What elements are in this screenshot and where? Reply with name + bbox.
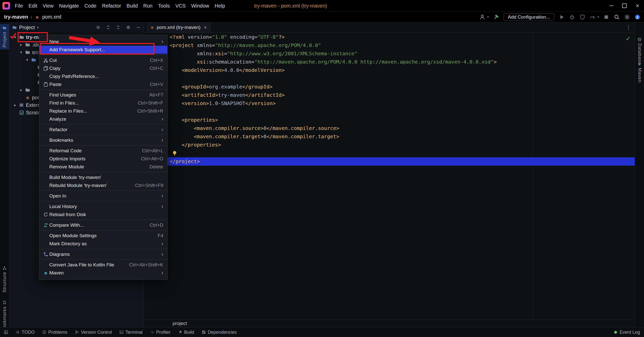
event-log-widget[interactable]: Event Log	[614, 330, 640, 335]
context-menu-item-open-module-settings[interactable]: Open Module SettingsF4	[39, 232, 167, 240]
menu-tools[interactable]: Tools	[155, 0, 173, 12]
statusbar-terminal-button[interactable]: Terminal	[119, 330, 143, 335]
code-line-1[interactable]: <?xml version="1.0" encoding="UTF-8"?>	[144, 33, 635, 41]
menu-view[interactable]: View	[40, 0, 56, 12]
tree-chevron-icon[interactable]: ▾	[13, 35, 17, 39]
context-menu-item-copy-path-reference[interactable]: Copy Path/Reference...	[39, 72, 167, 80]
context-menu-item-remove-module[interactable]: Remove ModuleDelete	[39, 163, 167, 171]
code-editor[interactable]: <?xml version="1.0" encoding="UTF-8"?><p…	[144, 33, 635, 319]
code-line-9[interactable]: <version>1.0-SNAPSHOT</version>	[144, 99, 635, 108]
menu-build[interactable]: Build	[124, 0, 140, 12]
statusbar-build-button[interactable]: Build	[178, 330, 194, 335]
statusbar-dependencies-button[interactable]: Dependencies	[202, 330, 237, 335]
context-menu-item-cut[interactable]: CutCtrl+X	[39, 56, 167, 64]
tree-chevron-icon[interactable]: ▸	[19, 42, 23, 47]
statusbar-profiler-button[interactable]: Profiler	[150, 330, 171, 335]
code-line-13[interactable]: <maven.compiler.target>8</maven.compiler…	[144, 132, 635, 141]
collapse-all-icon[interactable]	[116, 25, 120, 30]
toolbar-stop-icon[interactable]	[603, 14, 609, 20]
code-line-8[interactable]: <artifactId>try-maven</artifactId>	[144, 91, 635, 99]
panel-view-caret-icon[interactable]: ▾	[37, 26, 39, 29]
toolbar-bug-icon[interactable]	[569, 14, 575, 20]
toolbar-profiler-caret-icon[interactable]: ▾	[597, 15, 599, 19]
code-line-6[interactable]	[144, 74, 635, 83]
tree-chevron-icon[interactable]: ▸	[19, 88, 23, 92]
code-line-14[interactable]: </properties>	[144, 141, 635, 149]
code-line-10[interactable]	[144, 108, 635, 116]
context-menu-item-convert-java-file-to-kotlin-file[interactable]: Convert Java File to Kotlin FileCtrl+Alt…	[39, 261, 167, 269]
menu-window[interactable]: Window	[188, 0, 212, 12]
context-menu-item-reformat-code[interactable]: Reformat CodeCtrl+Alt+L	[39, 147, 167, 155]
context-menu-item-paste[interactable]: PasteCtrl+V	[39, 80, 167, 88]
close-button[interactable]: ×	[631, 0, 644, 12]
menu-file[interactable]: File	[12, 0, 26, 12]
toolbar-profiler-icon[interactable]	[590, 14, 596, 20]
intention-bulb-icon[interactable]	[172, 150, 178, 156]
code-line-11[interactable]: <properties>	[144, 116, 635, 124]
tab-pom-xml[interactable]: m pom.xml (try-maven) ×	[146, 22, 211, 32]
expand-all-icon[interactable]	[106, 25, 110, 30]
toolbar-user-icon[interactable]	[479, 14, 486, 20]
tree-chevron-icon[interactable]: ▾	[19, 50, 23, 55]
context-menu-item-rebuild-module-try-maven[interactable]: Rebuild Module 'try-maven'Ctrl+Shift+F9	[39, 181, 167, 189]
code-line-2[interactable]: <project xmlns="http://maven.apache.org/…	[144, 41, 635, 50]
context-menu-item-copy[interactable]: CopyCtrl+C	[39, 64, 167, 72]
context-menu-item-build-module-try-maven[interactable]: Build Module 'try-maven'	[39, 173, 167, 181]
toolbar-user-caret-icon[interactable]: ▾	[487, 15, 489, 19]
tree-chevron-icon[interactable]: ▾	[25, 58, 29, 62]
settings-icon[interactable]	[126, 25, 131, 30]
toolbar-hammer-icon[interactable]	[493, 14, 499, 20]
code-line-15[interactable]	[144, 149, 635, 157]
editor-breadcrumb[interactable]: project	[173, 321, 187, 326]
code-line-4[interactable]: xsi:schemaLocation="http://maven.apache.…	[144, 58, 635, 66]
locate-icon[interactable]	[96, 25, 100, 30]
code-line-7[interactable]: <groupId>org.example</groupId>	[144, 83, 635, 91]
minimize-button[interactable]	[605, 0, 618, 12]
statusbar-todo-button[interactable]: TODO	[16, 330, 35, 335]
menu-edit[interactable]: Edit	[26, 0, 40, 12]
context-menu-item-add-framework-support[interactable]: Add Framework Support...	[39, 46, 167, 54]
menu-help[interactable]: Help	[212, 0, 228, 12]
maximize-button[interactable]	[618, 0, 631, 12]
toolbar-code-with-me-icon[interactable]	[634, 14, 640, 20]
code-line-5[interactable]: <modelVersion>4.0.0</modelVersion>	[144, 66, 635, 74]
context-menu-item-refactor[interactable]: Refactor›	[39, 126, 167, 134]
context-menu-item-new[interactable]: New›	[39, 38, 167, 46]
menu-code[interactable]: Code	[82, 0, 99, 12]
tree-chevron-icon[interactable]: ▸	[13, 103, 17, 107]
context-menu-item-replace-in-files[interactable]: Replace in Files...Ctrl+Shift+R	[39, 107, 167, 115]
breadcrumb-file[interactable]: pom.xml	[42, 14, 61, 20]
context-menu-item-bookmarks[interactable]: Bookmarks›	[39, 136, 167, 144]
menu-navigate[interactable]: Navigate	[56, 0, 82, 12]
menu-vcs[interactable]: VCS	[173, 0, 188, 12]
add-configuration-button[interactable]: Add Configuration...	[504, 13, 554, 21]
menu-run[interactable]: Run	[141, 0, 155, 12]
code-line-16[interactable]: </project>	[144, 157, 635, 166]
menu-refactor[interactable]: Refactor	[99, 0, 124, 12]
context-menu-item-analyze[interactable]: Analyze›	[39, 115, 167, 123]
statusbar-problems-button[interactable]: Problems	[42, 330, 67, 335]
context-menu-item-diagrams[interactable]: Diagrams›	[39, 250, 167, 258]
statusbar-version-control-button[interactable]: Version Control	[75, 330, 112, 335]
context-menu-item-find-usages[interactable]: Find UsagesAlt+F7	[39, 91, 167, 99]
toolbar-coverage-icon[interactable]	[579, 14, 585, 20]
tab-close-icon[interactable]: ×	[204, 25, 207, 30]
toolbar-settings-icon[interactable]	[624, 14, 630, 20]
context-menu-item-find-in-files[interactable]: Find in Files...Ctrl+Shift+F	[39, 99, 167, 107]
breadcrumb-project[interactable]: try-maven	[4, 14, 28, 20]
context-menu-item-compare-with[interactable]: Compare With...Ctrl+D	[39, 221, 167, 229]
stripe-maven[interactable]: mMaven	[635, 60, 644, 85]
context-menu-item-open-in[interactable]: Open In›	[39, 192, 167, 200]
code-line-3[interactable]: xmlns:xsi="http://www.w3.org/2001/XMLSch…	[144, 50, 635, 58]
toolbar-play-icon[interactable]	[559, 14, 565, 20]
inspections-ok-icon[interactable]: ✓	[626, 35, 631, 43]
stripe-structure[interactable]: Structure	[0, 264, 9, 295]
panel-title[interactable]: Project	[19, 25, 35, 30]
stripe-project[interactable]: Project	[0, 24, 9, 50]
tab-options-icon[interactable]: ⋮	[626, 24, 635, 31]
hide-icon[interactable]	[136, 25, 141, 30]
context-menu-item-optimize-imports[interactable]: Optimize ImportsCtrl+Alt+O	[39, 155, 167, 163]
statusbar-grid-button[interactable]	[4, 330, 8, 334]
toolbar-search-icon[interactable]	[614, 14, 620, 20]
code-line-12[interactable]: <maven.compiler.source>8</maven.compiler…	[144, 124, 635, 132]
